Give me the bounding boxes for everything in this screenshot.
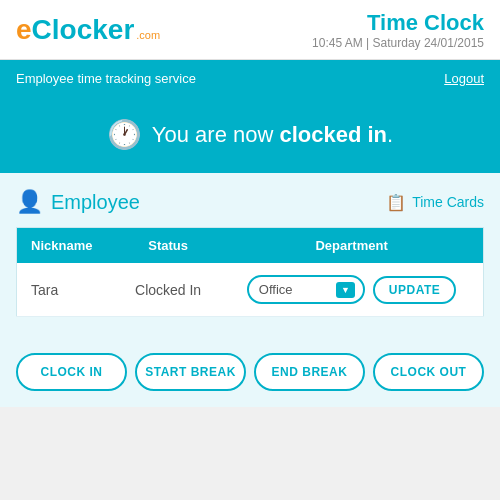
- cell-nickname: Tara: [17, 263, 117, 317]
- col-nickname: Nickname: [17, 228, 117, 264]
- department-select[interactable]: Office Admin Support Management: [247, 275, 365, 304]
- logout-button[interactable]: Logout: [444, 71, 484, 86]
- end-break-button[interactable]: END BREAK: [254, 353, 365, 391]
- logo: e Clocker .com: [16, 14, 160, 46]
- datetime-display: 10:45 AM | Saturday 24/01/2015: [312, 36, 484, 50]
- dept-select-wrapper: Office Admin Support Management: [247, 275, 365, 304]
- navbar: Employee time tracking service Logout: [0, 60, 500, 96]
- action-buttons: CLOCK IN START BREAK END BREAK CLOCK OUT: [0, 333, 500, 407]
- status-text-bold: clocked in: [279, 122, 387, 147]
- col-status: Status: [116, 228, 220, 264]
- cards-icon: 📋: [386, 193, 406, 212]
- status-text-before: You are now: [152, 122, 280, 147]
- status-text: You are now clocked in.: [152, 122, 393, 148]
- tagline: Employee time tracking service: [16, 71, 196, 86]
- dept-wrapper: Office Admin Support Management UPDATE: [234, 275, 469, 304]
- logo-e: e: [16, 14, 32, 46]
- header-right: Time Clock 10:45 AM | Saturday 24/01/201…: [312, 10, 484, 50]
- employee-label: 👤 Employee: [16, 189, 140, 215]
- table-row: Tara Clocked In Office Admin Support Man…: [17, 263, 484, 317]
- table-header-row: Nickname Status Department: [17, 228, 484, 264]
- section-header: 👤 Employee 📋 Time Cards: [16, 189, 484, 215]
- cell-status: Clocked In: [116, 263, 220, 317]
- status-banner: 🕐 You are now clocked in.: [0, 96, 500, 173]
- clock-out-button[interactable]: CLOCK OUT: [373, 353, 484, 391]
- logo-com: .com: [136, 29, 160, 41]
- person-icon: 👤: [16, 189, 43, 215]
- clock-icon: 🕐: [107, 118, 142, 151]
- app-header: e Clocker .com Time Clock 10:45 AM | Sat…: [0, 0, 500, 60]
- col-department: Department: [220, 228, 483, 264]
- employee-label-text: Employee: [51, 191, 140, 214]
- time-cards-label: Time Cards: [412, 194, 484, 210]
- clock-in-button[interactable]: CLOCK IN: [16, 353, 127, 391]
- time-cards-button[interactable]: 📋 Time Cards: [386, 193, 484, 212]
- status-text-after: .: [387, 122, 393, 147]
- start-break-button[interactable]: START BREAK: [135, 353, 246, 391]
- main-content: 👤 Employee 📋 Time Cards Nickname Status …: [0, 173, 500, 333]
- time-clock-title: Time Clock: [312, 10, 484, 36]
- cell-department: Office Admin Support Management UPDATE: [220, 263, 483, 317]
- employee-table: Nickname Status Department Tara Clocked …: [16, 227, 484, 317]
- update-button[interactable]: UPDATE: [373, 276, 456, 304]
- logo-clocker: Clocker: [32, 14, 135, 46]
